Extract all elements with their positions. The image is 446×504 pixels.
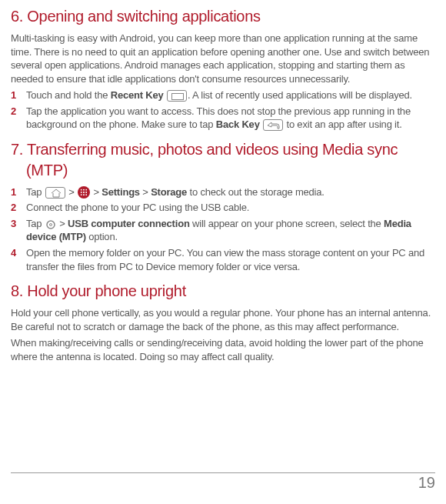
settings-gear-icon <box>45 219 56 230</box>
storage-label: Storage <box>151 186 187 198</box>
section-6-intro: Multi-tasking is easy with Android, you … <box>11 32 435 85</box>
step-number: 1 <box>11 185 16 199</box>
gt: > <box>66 186 77 198</box>
page-number: 19 <box>418 472 435 493</box>
svg-point-0 <box>47 221 55 229</box>
section-8-para2: When making/receiving calls or sending/r… <box>11 336 435 363</box>
gt: > <box>57 218 68 229</box>
step-number: 4 <box>11 246 16 260</box>
back-key-icon <box>263 119 283 131</box>
home-key-icon <box>45 187 65 199</box>
section-6-heading: 6. Opening and switching applications <box>11 6 435 27</box>
gt-mid: > <box>140 186 151 198</box>
gt: > <box>91 186 102 198</box>
section-7-steps: 1 Tap > > Settings > Storage to check ou… <box>11 185 435 273</box>
svg-point-1 <box>49 223 52 225</box>
step-7-3: 3 Tap > USB computer connection will app… <box>11 217 435 244</box>
section-6-steps: 1 Touch and hold the Recent Key . A list… <box>11 88 435 132</box>
back-key-label: Back Key <box>216 118 262 130</box>
step-text-pre: Tap <box>26 186 45 198</box>
step-number: 1 <box>11 88 16 102</box>
step-text-post: to exit an app after using it. <box>284 118 402 130</box>
recent-key-icon <box>167 90 187 102</box>
apps-icon <box>78 186 90 199</box>
step-6-2: 2 Tap the application you want to access… <box>11 105 435 132</box>
section-7-heading: 7. Transferring music, photos and videos… <box>26 139 435 181</box>
settings-label: Settings <box>102 186 140 198</box>
page-rule <box>11 472 435 473</box>
step-text-post: . A list of recently used applications w… <box>188 89 412 101</box>
step-text-mid: will appear on your phone screen, select… <box>190 218 384 229</box>
step-number: 3 <box>11 217 16 231</box>
step-text-post: option. <box>86 231 118 242</box>
step-text: Open the memory folder on your PC. You c… <box>26 247 424 272</box>
step-text-post: to check out the storage media. <box>187 186 325 198</box>
step-text-pre: Touch and hold the <box>26 89 111 101</box>
step-7-2: 2 Connect the phone to your PC using the… <box>11 201 435 215</box>
section-8-para1: Hold your cell phone vertically, as you … <box>11 306 435 333</box>
section-8-heading: 8. Hold your phone upright <box>11 281 435 302</box>
step-6-1: 1 Touch and hold the Recent Key . A list… <box>11 88 435 102</box>
step-text: Connect the phone to your PC using the U… <box>26 202 249 213</box>
step-text-pre: Tap <box>26 218 45 229</box>
usb-connection-label: USB computer connection <box>68 218 190 229</box>
step-7-1: 1 Tap > > Settings > Storage to check ou… <box>11 185 435 199</box>
step-7-4: 4 Open the memory folder on your PC. You… <box>11 246 435 273</box>
step-number: 2 <box>11 201 16 215</box>
step-number: 2 <box>11 105 16 118</box>
recent-key-label: Recent Key <box>111 89 166 101</box>
